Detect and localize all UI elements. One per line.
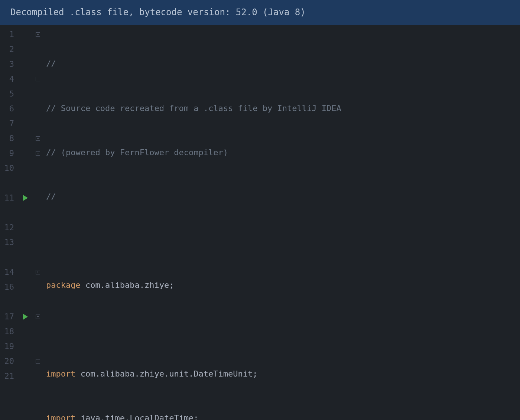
line-number: 8 (2, 131, 14, 146)
line-number: 11 (2, 191, 14, 205)
comment-text: // (46, 192, 56, 201)
fold-toggle-icon[interactable]: − (36, 77, 40, 81)
line-number: 1 (2, 27, 14, 42)
code-editor[interactable]: 1 2 3 4 5 6 7 8 9 10 11 12 13 14 16 17 1… (0, 25, 520, 420)
line-number: 12 (2, 220, 14, 235)
fold-toggle-icon[interactable]: − (36, 315, 40, 319)
keyword: import (46, 413, 75, 420)
line-number: 9 (2, 146, 14, 161)
decompile-banner: Decompiled .class file, bytecode version… (0, 0, 520, 25)
import-name: java.time.LocalDateTime; (75, 413, 198, 420)
fold-toggle-icon[interactable]: − (36, 136, 40, 141)
run-gutter-icon[interactable] (18, 191, 33, 205)
fold-toggle-icon[interactable]: − (36, 359, 40, 364)
keyword: import (46, 369, 75, 378)
line-number: 6 (2, 101, 14, 116)
line-number: 4 (2, 72, 14, 87)
run-gutter-icon[interactable] (18, 309, 33, 324)
gutter-icons (18, 25, 33, 420)
import-name: com.alibaba.zhiye.unit.DateTimeUnit; (75, 369, 257, 378)
line-number: 14 (2, 265, 14, 280)
line-number: 17 (2, 309, 14, 324)
fold-toggle-icon[interactable]: − (36, 32, 40, 37)
line-number: 18 (2, 324, 14, 339)
code-area[interactable]: // // Source code recreated from a .clas… (43, 25, 520, 420)
fold-expand-icon[interactable]: + (36, 270, 40, 274)
comment-text: // Source code recreated from a .class f… (46, 104, 341, 113)
play-icon (23, 195, 28, 201)
line-number: 20 (2, 354, 14, 369)
play-icon (23, 314, 28, 320)
line-number: 19 (2, 339, 14, 354)
line-number: 2 (2, 42, 14, 57)
line-number: 16 (2, 280, 14, 294)
line-number: 5 (2, 87, 14, 101)
comment-text: // (46, 59, 56, 68)
package-name: com.alibaba.zhiye; (81, 280, 174, 290)
line-number: 7 (2, 116, 14, 131)
line-number: 3 (2, 57, 14, 72)
fold-toggle-icon[interactable]: − (36, 151, 40, 156)
fold-gutter: − − − − + − − (33, 25, 43, 420)
line-number: 10 (2, 161, 14, 176)
keyword: package (46, 280, 81, 290)
line-number: 13 (2, 235, 14, 250)
line-number: 21 (2, 369, 14, 384)
comment-text: // (powered by FernFlower decompiler) (46, 148, 228, 157)
line-number-gutter: 1 2 3 4 5 6 7 8 9 10 11 12 13 14 16 17 1… (0, 25, 18, 420)
